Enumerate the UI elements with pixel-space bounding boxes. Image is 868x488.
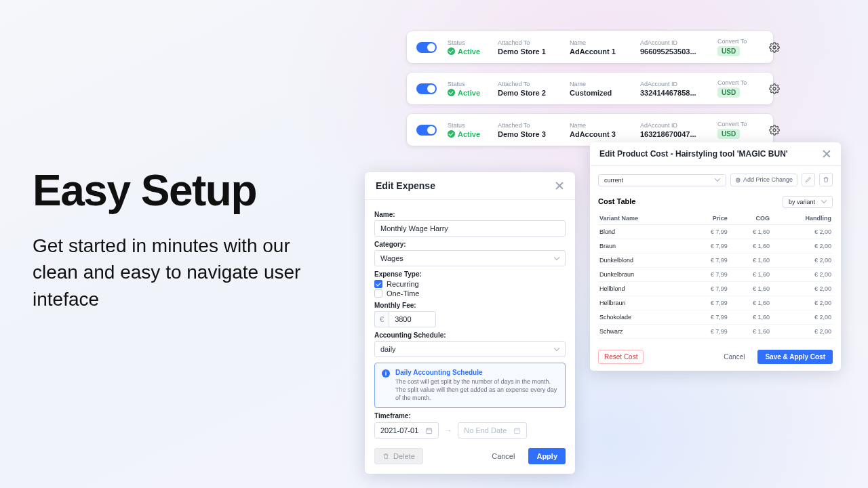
account-card: StatusActiveAttached ToDemo Store 2NameC… xyxy=(407,73,773,104)
label-acctid: AdAccount ID xyxy=(640,122,713,129)
save-apply-button[interactable]: Save & Apply Cost xyxy=(757,350,833,364)
recurring-checkbox[interactable] xyxy=(374,280,382,288)
label-name: Name xyxy=(570,39,636,46)
status-toggle[interactable] xyxy=(416,83,437,94)
add-price-change-button[interactable]: ⊕Add Price Change xyxy=(730,174,797,186)
cell-price: € 7,99 xyxy=(687,296,729,310)
delete-button[interactable]: Delete xyxy=(374,448,423,464)
cell-price: € 7,99 xyxy=(687,239,729,253)
table-row: Braun€ 7,99€ 1,60€ 2,00 xyxy=(598,239,833,253)
cell-cog: € 1,60 xyxy=(729,268,771,282)
label-expense-type: Expense Type: xyxy=(374,270,566,278)
check-circle-icon xyxy=(448,89,455,96)
category-select[interactable] xyxy=(374,250,566,266)
account-card: StatusActiveAttached ToDemo Store 1NameA… xyxy=(407,31,773,63)
currency-badge: USD xyxy=(717,87,740,98)
cell-price: € 7,99 xyxy=(687,253,729,268)
th-variant: Variant Name xyxy=(598,212,687,225)
close-icon[interactable] xyxy=(822,149,831,159)
label-monthly-fee: Monthly Fee: xyxy=(374,302,566,309)
status-value: Active xyxy=(448,47,494,56)
svg-point-0 xyxy=(773,46,776,49)
acctid-value: 163218670047... xyxy=(640,130,713,138)
label-convert: Convert To xyxy=(717,38,757,45)
gear-icon[interactable] xyxy=(769,83,780,94)
onetime-label: One-Time xyxy=(387,289,420,298)
calendar-icon xyxy=(513,427,521,434)
currency-badge: USD xyxy=(717,129,740,139)
edit-cost-modal: Edit Product Cost - Hairstyling tool 'MA… xyxy=(590,142,841,371)
cell-handling: € 2,00 xyxy=(771,325,833,339)
cell-variant: Dunkelbraun xyxy=(598,268,687,282)
account-card: StatusActiveAttached ToDemo Store 3NameA… xyxy=(407,114,773,146)
table-row: Dunkelbraun€ 7,99€ 1,60€ 2,00 xyxy=(598,268,833,282)
cell-cog: € 1,60 xyxy=(729,253,771,268)
cell-handling: € 2,00 xyxy=(771,268,833,282)
cell-variant: Blond xyxy=(598,225,687,239)
label-attached: Attached To xyxy=(498,122,566,129)
account-list: StatusActiveAttached ToDemo Store 1NameA… xyxy=(407,31,773,146)
status-toggle[interactable] xyxy=(416,125,437,136)
cell-price: € 7,99 xyxy=(687,268,729,282)
hero-subtitle: Get started in minutes with our clean an… xyxy=(33,232,331,312)
trash-icon xyxy=(382,453,389,460)
status-toggle[interactable] xyxy=(416,42,437,53)
cell-variant: Dunkelblond xyxy=(598,253,687,268)
timeframe-end-placeholder: No End Date xyxy=(464,426,507,434)
cell-variant: Schokolade xyxy=(598,310,687,325)
timeframe-start[interactable]: 2021-07-01 xyxy=(374,422,439,439)
label-convert: Convert To xyxy=(717,79,757,86)
cell-cog: € 1,60 xyxy=(729,225,771,239)
cancel-button[interactable]: Cancel xyxy=(716,350,752,364)
label-convert: Convert To xyxy=(717,121,757,127)
check-circle-icon xyxy=(448,130,455,138)
recurring-label: Recurring xyxy=(387,280,419,288)
cell-variant: Hellbraun xyxy=(598,296,687,310)
currency-badge: USD xyxy=(717,46,740,56)
cell-handling: € 2,00 xyxy=(771,253,833,268)
label-acctid: AdAccount ID xyxy=(640,39,713,46)
label-category: Category: xyxy=(374,241,566,248)
schedule-select[interactable] xyxy=(374,341,566,357)
label-status: Status xyxy=(448,122,494,129)
th-price: Price xyxy=(687,212,729,225)
label-name: Name xyxy=(570,81,636,87)
table-row: Hellbraun€ 7,99€ 1,60€ 2,00 xyxy=(598,296,833,310)
check-circle-icon xyxy=(448,47,455,55)
cell-handling: € 2,00 xyxy=(771,310,833,325)
cell-cog: € 1,60 xyxy=(729,282,771,296)
plus-icon: ⊕ xyxy=(735,176,741,184)
apply-button[interactable]: Apply xyxy=(528,448,566,464)
cell-cog: € 1,60 xyxy=(729,325,771,339)
reset-cost-button[interactable]: Reset Cost xyxy=(598,350,644,364)
cancel-button[interactable]: Cancel xyxy=(484,448,523,464)
trash-icon xyxy=(823,176,829,183)
cell-price: € 7,99 xyxy=(687,225,729,239)
delete-range-button[interactable] xyxy=(819,173,833,186)
attached-value: Demo Store 3 xyxy=(498,130,566,138)
table-row: Blond€ 7,99€ 1,60€ 2,00 xyxy=(598,225,833,239)
onetime-checkbox[interactable] xyxy=(374,289,382,298)
label-attached: Attached To xyxy=(498,81,566,87)
close-icon[interactable] xyxy=(555,181,564,190)
timeframe-end[interactable]: No End Date xyxy=(458,422,527,439)
cell-handling: € 2,00 xyxy=(771,239,833,253)
name-input[interactable] xyxy=(374,220,566,237)
table-row: Schwarz€ 7,99€ 1,60€ 2,00 xyxy=(598,325,833,339)
cell-cog: € 1,60 xyxy=(729,239,771,253)
label-name: Name xyxy=(570,122,636,129)
label-schedule: Accounting Schedule: xyxy=(374,331,566,339)
table-row: Schokolade€ 7,99€ 1,60€ 2,00 xyxy=(598,310,833,325)
currency-prefix: € xyxy=(374,311,389,327)
acctid-value: 966095253503... xyxy=(640,47,713,56)
gear-icon[interactable] xyxy=(769,42,780,53)
acctid-value: 332414467858... xyxy=(640,89,713,97)
hero: Easy Setup Get started in minutes with o… xyxy=(33,168,331,312)
gear-icon[interactable] xyxy=(769,125,780,136)
svg-rect-3 xyxy=(427,428,432,433)
edit-range-button[interactable] xyxy=(802,173,815,186)
monthly-fee-input[interactable] xyxy=(389,311,436,327)
cost-table: Variant Name Price COG Handling Blond€ 7… xyxy=(598,212,833,339)
view-by-select[interactable] xyxy=(783,196,833,208)
range-select[interactable] xyxy=(598,174,726,186)
